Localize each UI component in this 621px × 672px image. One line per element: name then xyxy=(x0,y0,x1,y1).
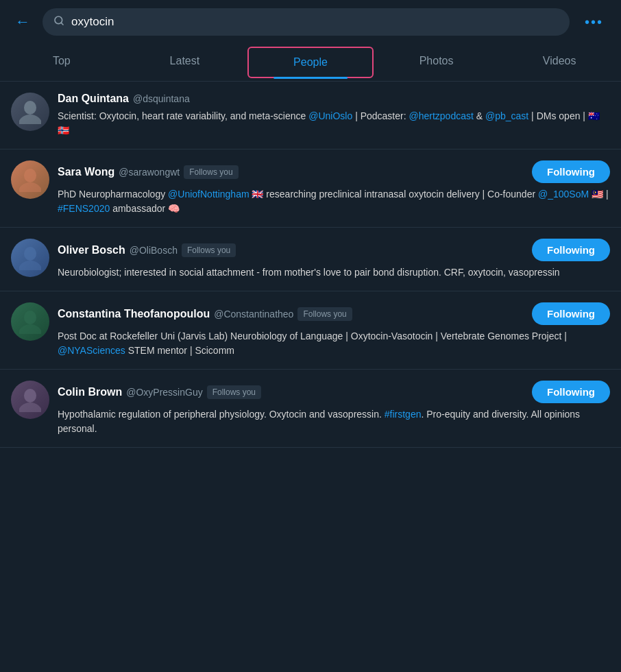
user-name-handle: Constantina Theofanopoulou @Constantinat… xyxy=(58,307,352,321)
svg-point-3 xyxy=(19,115,41,124)
user-bio: Hypothalamic regulation of peripheral ph… xyxy=(58,407,610,436)
follows-you-badge: Follows you xyxy=(184,165,238,179)
tab-top[interactable]: Top xyxy=(0,44,123,81)
header: ← oxytocin ••• xyxy=(0,0,621,44)
svg-point-11 xyxy=(19,403,41,412)
search-bar[interactable]: oxytocin xyxy=(42,8,570,36)
user-header: Oliver Bosch @OliBosch Follows you Follo… xyxy=(58,239,610,261)
user-header: Colin Brown @OxyPressinGuy Follows you F… xyxy=(58,381,610,403)
mention[interactable]: @pb_cast xyxy=(485,110,528,121)
list-item: Colin Brown @OxyPressinGuy Follows you F… xyxy=(0,370,621,448)
user-handle: @sarawongwt xyxy=(119,167,180,178)
back-button[interactable]: ← xyxy=(11,9,34,35)
following-button[interactable]: Following xyxy=(532,381,610,403)
user-bio: PhD Neuropharmacology @UniofNottingham 🇬… xyxy=(58,187,610,216)
mention[interactable]: @UniofNottingham xyxy=(168,189,249,200)
mention[interactable]: @_100SoM xyxy=(538,189,589,200)
user-handle: @OliBosch xyxy=(130,245,178,256)
user-info: Constantina Theofanopoulou @Constantinat… xyxy=(58,302,610,358)
following-button[interactable]: Following xyxy=(532,302,610,325)
user-name: Dan Quintana xyxy=(58,93,129,105)
svg-point-7 xyxy=(19,261,41,270)
more-options-button[interactable]: ••• xyxy=(578,10,610,34)
tab-videos[interactable]: Videos xyxy=(498,44,621,81)
hashtag[interactable]: #FENS2020 xyxy=(58,203,110,214)
user-name-handle: Dan Quintana @dsquintana xyxy=(58,93,190,105)
list-item: Oliver Bosch @OliBosch Follows you Follo… xyxy=(0,228,621,291)
user-list: Dan Quintana @dsquintana Scientist: Oxyt… xyxy=(0,82,621,448)
svg-point-8 xyxy=(24,311,36,324)
tabs-bar: Top Latest People Photos Videos xyxy=(0,44,621,82)
svg-point-10 xyxy=(24,389,36,403)
user-info: Sara Wong @sarawongwt Follows you Follow… xyxy=(58,160,610,216)
user-bio: Neurobiologist; interested in social att… xyxy=(58,265,610,280)
avatar xyxy=(11,381,49,419)
svg-point-9 xyxy=(19,324,41,334)
user-handle: @Constantinatheo xyxy=(214,309,293,320)
user-name-handle: Colin Brown @OxyPressinGuy Follows you xyxy=(58,385,261,399)
user-info: Colin Brown @OxyPressinGuy Follows you F… xyxy=(58,381,610,436)
following-button[interactable]: Following xyxy=(532,239,610,261)
tab-people[interactable]: People xyxy=(247,47,374,78)
hashtag[interactable]: #firstgen xyxy=(385,409,422,420)
svg-point-4 xyxy=(24,169,36,182)
user-header: Constantina Theofanopoulou @Constantinat… xyxy=(58,302,610,325)
list-item: Sara Wong @sarawongwt Follows you Follow… xyxy=(0,149,621,228)
user-header: Sara Wong @sarawongwt Follows you Follow… xyxy=(58,160,610,183)
user-name-handle: Sara Wong @sarawongwt Follows you xyxy=(58,165,239,179)
avatar xyxy=(11,93,49,131)
user-name: Colin Brown xyxy=(58,386,122,398)
mention[interactable]: @hertzpodcast xyxy=(409,110,473,121)
tab-latest[interactable]: Latest xyxy=(123,44,247,81)
following-button[interactable]: Following xyxy=(532,160,610,183)
user-bio: Scientist: Oxytocin, heart rate variabil… xyxy=(58,109,610,138)
svg-point-2 xyxy=(24,101,36,115)
user-info: Dan Quintana @dsquintana Scientist: Oxyt… xyxy=(58,93,610,138)
follows-you-badge: Follows you xyxy=(182,243,236,257)
avatar xyxy=(11,160,49,199)
user-handle: @dsquintana xyxy=(133,93,190,104)
user-name: Constantina Theofanopoulou xyxy=(58,308,210,320)
search-icon xyxy=(53,15,64,29)
user-name: Sara Wong xyxy=(58,166,114,178)
follows-you-badge: Follows you xyxy=(297,307,352,321)
user-name-handle: Oliver Bosch @OliBosch Follows you xyxy=(58,243,236,257)
user-name: Oliver Bosch xyxy=(58,244,125,256)
user-bio: Post Doc at Rockefeller Uni (Jarvis Lab)… xyxy=(58,329,610,358)
follows-you-badge: Follows you xyxy=(207,385,261,399)
user-header: Dan Quintana @dsquintana xyxy=(58,93,610,105)
user-handle: @OxyPressinGuy xyxy=(126,387,202,398)
avatar xyxy=(11,302,49,341)
user-info: Oliver Bosch @OliBosch Follows you Follo… xyxy=(58,239,610,280)
search-query: oxytocin xyxy=(71,15,559,29)
list-item: Dan Quintana @dsquintana Scientist: Oxyt… xyxy=(0,82,621,149)
svg-point-6 xyxy=(24,247,36,261)
avatar xyxy=(11,239,49,277)
svg-point-5 xyxy=(19,182,41,192)
tab-photos[interactable]: Photos xyxy=(375,44,498,81)
list-item: Constantina Theofanopoulou @Constantinat… xyxy=(0,291,621,370)
mention[interactable]: @UniOslo xyxy=(308,110,352,121)
svg-line-1 xyxy=(61,23,63,25)
mention[interactable]: @NYASciences xyxy=(58,345,125,356)
